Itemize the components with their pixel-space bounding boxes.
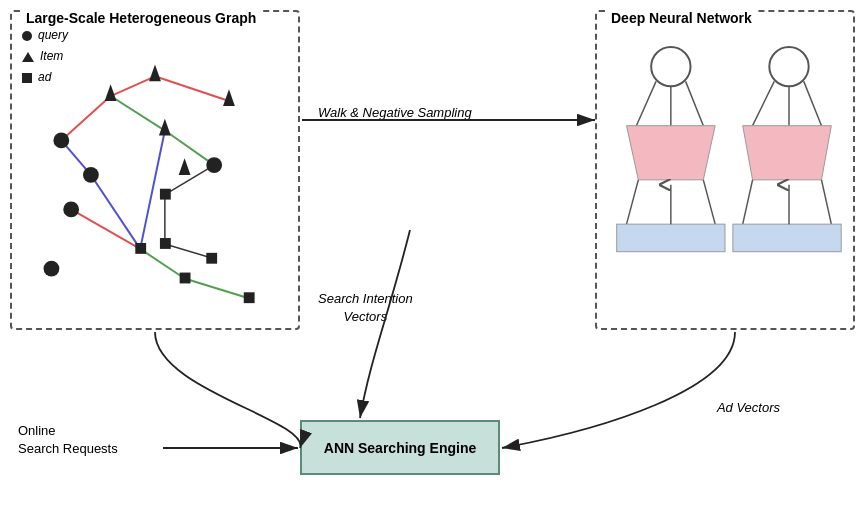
svg-line-11 [165,165,214,195]
svg-line-9 [91,175,140,249]
svg-rect-26 [160,238,171,249]
right-nn-box: Deep Neural Network [595,10,855,330]
svg-point-16 [63,202,79,218]
svg-point-38 [769,47,808,86]
svg-marker-42 [743,126,832,180]
nn-svg [597,12,853,328]
ann-box-label: ANN Searching Engine [324,440,476,456]
graph-svg [12,12,298,328]
svg-rect-24 [160,189,171,200]
svg-line-43 [743,180,753,224]
svg-rect-25 [206,253,217,264]
svg-line-35 [627,180,639,224]
svg-line-0 [61,96,110,140]
svg-rect-28 [180,273,191,284]
label-online-search: OnlineSearch Requests [18,422,118,458]
svg-marker-34 [627,126,716,180]
label-search-intention: Search IntentionVectors [318,290,413,326]
svg-marker-19 [105,84,117,101]
svg-rect-29 [244,292,255,303]
svg-point-30 [651,47,690,86]
svg-line-36 [703,180,715,224]
label-ad-vectors: Ad Vectors [717,400,780,415]
svg-line-7 [140,249,184,279]
svg-line-3 [71,209,140,248]
svg-line-4 [111,96,165,131]
svg-line-39 [753,81,775,125]
svg-point-14 [53,133,69,149]
ann-box: ANN Searching Engine [300,420,500,475]
svg-marker-23 [179,158,191,175]
label-walk-sampling: Walk & Negative Sampling [318,105,472,120]
svg-rect-45 [733,224,841,252]
svg-line-2 [155,76,229,101]
svg-point-17 [44,261,60,277]
svg-line-41 [804,81,822,125]
svg-line-31 [636,81,656,125]
svg-line-1 [111,76,155,96]
svg-point-15 [83,167,99,183]
svg-line-6 [185,278,249,298]
svg-marker-20 [149,64,161,81]
svg-line-44 [821,180,831,224]
svg-line-5 [165,131,214,166]
svg-rect-27 [135,243,146,254]
svg-point-18 [206,157,222,173]
svg-marker-21 [223,89,235,106]
diagram-container: Large-Scale Heterogeneous Graph query It… [0,0,865,511]
left-graph-box: Large-Scale Heterogeneous Graph query It… [10,10,300,330]
svg-rect-37 [617,224,725,252]
svg-line-33 [686,81,704,125]
